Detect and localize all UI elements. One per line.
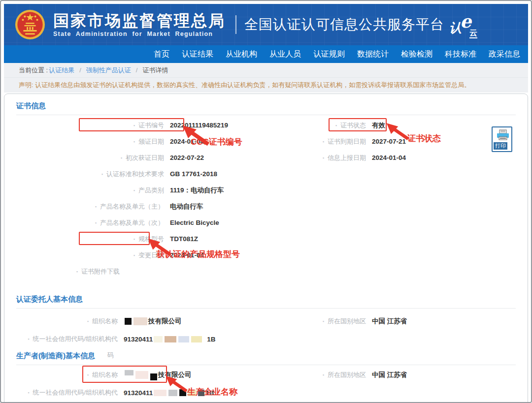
- field-label: 产品名称及单元（主）: [16, 202, 164, 211]
- annotation-label-status: 证书状态: [407, 133, 441, 144]
- agency-name-en: State Administration for Market Regulati…: [53, 31, 226, 37]
- field-value: GB 17761-2018: [170, 170, 217, 178]
- manufacturer-fields: 组织名称 技有限公司 统一社会信用代码/组织机构代 91320411: [16, 366, 516, 402]
- field-row-manufacturer-code: 统一社会信用代码/组织机构代 91320411 1B: [16, 384, 312, 402]
- cert-attachment-download-label: 证书附件下载: [16, 267, 120, 276]
- redaction-block: [154, 336, 163, 342]
- field-row-applicant-code: 统一社会信用代码/组织机构代 91320411 1B: [16, 330, 312, 348]
- field-row-report-date: 信息上报日期 2024-01-04: [312, 150, 516, 166]
- field-label: 证书编号: [16, 121, 164, 130]
- annotation-label-cert-no: CCC证书编号: [191, 136, 242, 148]
- print-button-label: 打印: [494, 142, 507, 150]
- field-label: 认证标准和技术要求: [16, 170, 164, 179]
- field-value-status: 有效: [372, 121, 385, 130]
- applicant-org-visible-text: 技有限公司: [148, 317, 182, 326]
- field-row-status: 证书状态 有效: [312, 117, 516, 133]
- field-value: 1119：电动自行车: [170, 186, 224, 195]
- field-value: 2022-07-22: [170, 154, 204, 161]
- annotation-label-model: 获认证的产品规格型号: [156, 248, 240, 260]
- field-label: 证书状态: [312, 121, 366, 130]
- section-title-manufacturer: 生产者(制造商)基本信息: [16, 351, 516, 365]
- field-label: 产品类别: [16, 186, 164, 195]
- nav-item-inspection[interactable]: 检验检测: [401, 49, 432, 60]
- breadcrumb-link-ccc[interactable]: 强制性产品认证: [86, 66, 131, 75]
- field-row-first-issue-date: 初次获证日期 2022-07-22: [16, 150, 312, 166]
- field-label: 统一社会信用代码/组织机构代: [16, 388, 118, 397]
- applicant-right-column: 所在国别地区 中国 江苏省: [312, 312, 516, 348]
- breadcrumb-current: 证书详情: [142, 66, 168, 75]
- field-label: 变更日期: [16, 251, 164, 260]
- annotation-label-manufacturer: 生产企业名称: [187, 386, 237, 398]
- nav-item-tech-standards[interactable]: 科技标准: [445, 49, 476, 60]
- applicant-fields: 组织名称 技有限公司 统一社会信用代码/组织机构代 91320411: [16, 312, 516, 348]
- nav-item-personnel[interactable]: 从业人员: [269, 49, 301, 60]
- field-label: 组织名称: [16, 317, 118, 326]
- field-label: 初次获证日期: [16, 154, 164, 162]
- site-header: 国家市场监督管理总局 State Administration for Mark…: [4, 4, 528, 45]
- field-label: 所在国别地区: [312, 371, 366, 379]
- field-label: 统一社会信用代码/组织机构代: [16, 335, 118, 343]
- field-label: 规格型号: [16, 235, 164, 244]
- nav-item-statistics[interactable]: 数据统计: [357, 49, 389, 60]
- ren-e-yun-logo: 认e云: [449, 15, 477, 36]
- printer-icon: [496, 129, 510, 142]
- nav-item-institutions[interactable]: 从业机构: [226, 49, 257, 60]
- field-label: 颁证日期: [16, 137, 164, 146]
- manufacturer-right-column: 所在国别地区 中国 江苏省: [312, 366, 516, 402]
- breadcrumb-link-cert-results[interactable]: 认证结果: [49, 66, 74, 75]
- field-label: 证书到期日期: [312, 137, 366, 146]
- browser-page: 国家市场监督管理总局 State Administration for Mark…: [0, 0, 532, 403]
- manufacturer-heading-row: 生产者(制造商)基本信息 码: [16, 351, 516, 365]
- field-row-standard: 认证标准和技术要求 GB 17761-2018: [16, 166, 312, 182]
- field-label: 产品名称及单元（次）: [16, 218, 164, 227]
- field-row-manufacturer-region: 所在国别地区 中国 江苏省: [312, 366, 516, 384]
- field-row-product-name-sub: 产品名称及单元（次） Electric Bicycle: [16, 215, 312, 231]
- field-value: Electric Bicycle: [170, 219, 219, 226]
- nav-item-home[interactable]: 首页: [154, 49, 169, 60]
- nav-item-procurement[interactable]: 政采信息: [489, 49, 520, 60]
- redaction-block: [178, 336, 189, 342]
- field-row-applicant-org: 组织名称 技有限公司: [16, 312, 312, 330]
- field-label: 信息上报日期: [312, 154, 366, 162]
- field-label: 所在国别地区: [312, 317, 366, 326]
- applicant-left-column: 组织名称 技有限公司 统一社会信用代码/组织机构代 91320411: [16, 312, 312, 348]
- redaction-block: [150, 373, 157, 380]
- field-value-applicant-org: 技有限公司: [124, 317, 182, 326]
- certificate-detail-panel: 证书信息 证书编号 2022011119485219 颁证日期 2024-01-…: [4, 93, 528, 403]
- header-divider: [235, 15, 236, 34]
- redaction-block: [125, 370, 133, 375]
- breadcrumb-separator: /: [79, 66, 81, 74]
- national-emblem-logo: [15, 9, 45, 40]
- section-title-cert-info: 证书信息: [16, 101, 516, 115]
- redaction-block: [135, 371, 148, 379]
- field-row-issue-date: 颁证日期 2024-01-04: [16, 133, 312, 150]
- field-row-manufacturer-org: 组织名称 技有限公司: [16, 366, 312, 384]
- field-row-product-name-main: 产品名称及单元（主） 电动自行车: [16, 198, 312, 215]
- nav-item-cert-results[interactable]: 认证结果: [182, 49, 213, 60]
- main-navbar: 首页 认证结果 从业机构 从业人员 认证规则 数据统计 检验检测 科技标准 政采…: [4, 45, 528, 63]
- field-value: 中国 江苏省: [372, 317, 407, 326]
- print-button[interactable]: 打印: [492, 126, 512, 152]
- field-value-applicant-code: 91320411 1B: [124, 336, 216, 343]
- redaction-block: [191, 336, 202, 342]
- breadcrumb: 当前位置 : 认证结果 / 强制性产品认证 / 证书详情: [4, 63, 528, 78]
- agency-name-cn: 国家市场监督管理总局: [53, 12, 226, 29]
- field-row-product-category: 产品类别 1119：电动自行车: [16, 182, 312, 198]
- wrapped-label-char: 码: [107, 351, 114, 360]
- nav-item-cert-rules[interactable]: 认证规则: [313, 49, 345, 60]
- field-value: 2024-01-04: [372, 154, 406, 161]
- breadcrumb-prefix: 当前位置 :: [19, 66, 48, 75]
- manufacturer-left-column: 组织名称 技有限公司 统一社会信用代码/组织机构代 91320411: [16, 366, 312, 402]
- redaction-block: [125, 318, 132, 325]
- field-value: 中国 江苏省: [372, 371, 407, 379]
- field-label: 组织名称: [16, 371, 118, 379]
- field-row-cert-no: 证书编号 2022011119485219: [16, 117, 312, 133]
- redaction-block: [165, 336, 176, 342]
- disclaimer-bar: 声明: 认证结果信息由颁发证书的认证机构提供，数据的真实性、准确性由认证机构负责…: [4, 78, 528, 93]
- breadcrumb-separator: /: [136, 66, 138, 74]
- disclaimer-text: 声明: 认证结果信息由颁发证书的认证机构提供，数据的真实性、准确性由认证机构负责…: [19, 81, 470, 90]
- redaction-block: [133, 317, 147, 325]
- platform-title: 全国认证认可信息公共服务平台: [244, 15, 444, 34]
- field-value: 电动自行车: [170, 202, 203, 211]
- field-row-applicant-region: 所在国别地区 中国 江苏省: [312, 312, 516, 330]
